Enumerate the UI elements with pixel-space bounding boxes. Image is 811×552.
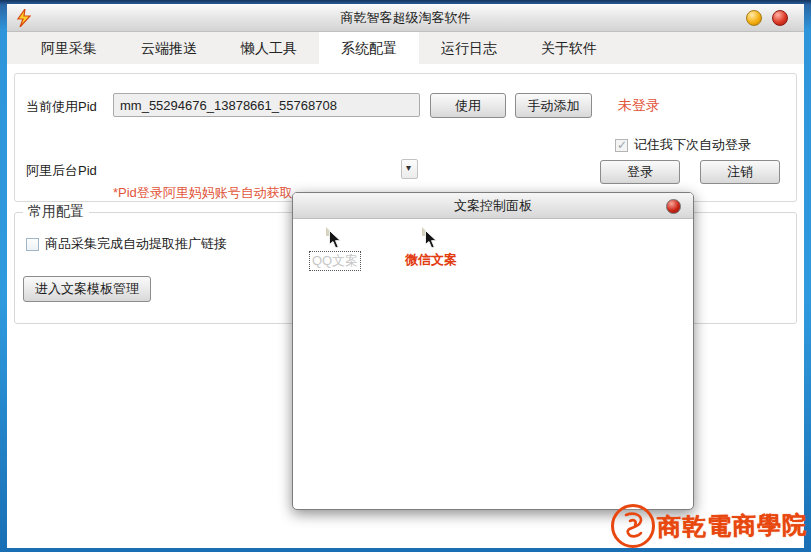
checkbox-empty-icon[interactable] xyxy=(26,238,39,251)
tab-run-log[interactable]: 运行日志 xyxy=(419,32,519,64)
minimize-button[interactable] xyxy=(746,10,762,26)
logout-button[interactable]: 注销 xyxy=(700,160,780,184)
manual-add-button[interactable]: 手动添加 xyxy=(515,93,592,118)
title-bar[interactable]: 商乾智客超级淘客软件 xyxy=(7,4,804,32)
template-manage-button[interactable]: 进入文案模板管理 xyxy=(23,276,151,302)
dialog-title: 文案控制面板 xyxy=(454,197,532,215)
common-config-title: 常用配置 xyxy=(23,203,89,221)
remember-login-label: 记住我下次自动登录 xyxy=(634,136,751,154)
backend-pid-label: 阿里后台Pid xyxy=(26,162,97,180)
login-status-badge: 未登录 xyxy=(618,97,660,115)
auto-extract-checkbox[interactable]: 商品采集完成自动提取推广链接 xyxy=(26,235,227,253)
close-button[interactable] xyxy=(772,10,788,26)
pid-note: *Pid登录阿里妈妈账号自动获取 xyxy=(113,184,293,202)
copywriting-control-dialog: 文案控制面板 QQ文案 微信文案 xyxy=(292,192,694,510)
checkbox-checked-icon[interactable] xyxy=(615,139,628,152)
tab-ali-collect[interactable]: 阿里采集 xyxy=(19,32,119,64)
tab-lazy-tools[interactable]: 懒人工具 xyxy=(219,32,319,64)
pid-section: 当前使用Pid 使用 手动添加 未登录 记住我下次自动登录 阿里后台Pid 登录… xyxy=(14,73,797,202)
mouse-cursor-icon xyxy=(423,230,439,250)
qq-copywriting-label: QQ文案 xyxy=(309,251,361,271)
tab-bar: 阿里采集 云端推送 懒人工具 系统配置 运行日志 关于软件 xyxy=(7,32,804,64)
tab-cloud-push[interactable]: 云端推送 xyxy=(119,32,219,64)
wechat-copywriting-label: 微信文案 xyxy=(405,251,457,269)
mouse-cursor-icon xyxy=(327,230,343,250)
current-pid-label: 当前使用Pid xyxy=(26,98,97,116)
auto-extract-label: 商品采集完成自动提取推广链接 xyxy=(45,235,227,253)
window-title: 商乾智客超级淘客软件 xyxy=(7,9,804,27)
dialog-title-bar[interactable]: 文案控制面板 xyxy=(293,193,693,219)
wechat-copywriting-item[interactable]: 微信文案 xyxy=(400,227,462,269)
tab-about[interactable]: 关于软件 xyxy=(519,32,619,64)
tab-system-config[interactable]: 系统配置 xyxy=(319,32,419,64)
backend-pid-dropdown[interactable] xyxy=(401,159,418,179)
login-button[interactable]: 登录 xyxy=(600,160,680,184)
remember-login-checkbox[interactable]: 记住我下次自动登录 xyxy=(615,136,751,154)
lightning-bolt-icon xyxy=(15,9,33,27)
app-window: { "window": { "title": "商乾智客超级淘客软件", "ap… xyxy=(0,0,811,552)
qq-copywriting-item[interactable]: QQ文案 xyxy=(304,227,366,271)
current-pid-input[interactable] xyxy=(113,93,420,117)
dialog-close-button[interactable] xyxy=(666,199,681,214)
use-pid-button[interactable]: 使用 xyxy=(430,93,506,118)
